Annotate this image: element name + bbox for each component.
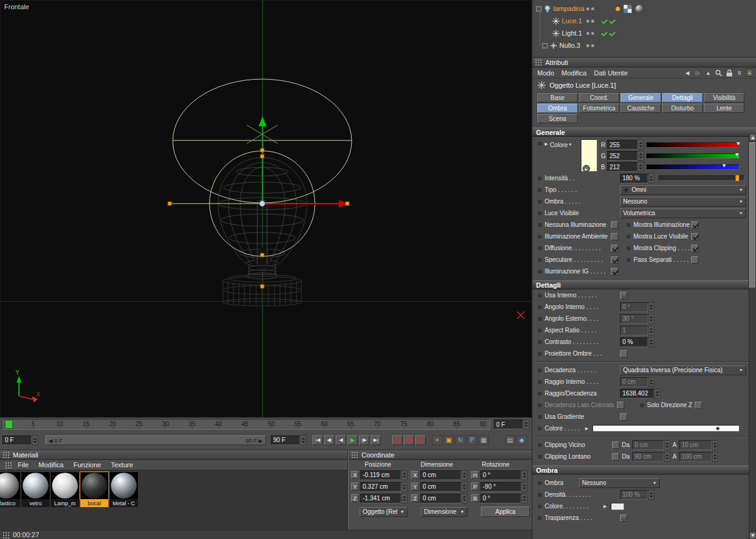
mostra-illuminazione-checkbox[interactable] — [691, 221, 698, 229]
autokey-button[interactable] — [404, 435, 414, 445]
tab-visibilita[interactable]: Visibilità — [704, 93, 744, 102]
clipping-lontano-da-field[interactable]: 90 cm — [632, 452, 664, 462]
render-visibility-dot[interactable] — [591, 32, 594, 35]
trasparenza-checkbox[interactable] — [620, 514, 627, 522]
pos-x-spinner[interactable] — [401, 470, 407, 480]
scroll-down-button[interactable] — [749, 532, 756, 539]
render-visibility-dot[interactable] — [591, 20, 594, 23]
dimensione-mode-dropdown[interactable]: Dimensione▼ — [421, 507, 467, 517]
attributes-titlebar[interactable]: Attributi — [532, 58, 756, 67]
layer-color-dot[interactable] — [616, 7, 620, 11]
next-frame-button[interactable]: |▶ — [359, 435, 369, 445]
tab-ombra[interactable]: Ombra — [537, 104, 578, 113]
enabled-check-icon[interactable] — [609, 30, 616, 37]
keyframe-dot[interactable] — [538, 270, 542, 273]
keyframe-dot[interactable] — [538, 403, 542, 407]
keyframe-dot[interactable] — [538, 212, 542, 215]
keyframe-dot[interactable] — [538, 200, 542, 204]
keyframe-dot[interactable] — [538, 443, 542, 447]
diffusione-checkbox[interactable] — [611, 245, 618, 252]
keyframe-dot[interactable] — [538, 235, 542, 239]
keyframe-dot[interactable] — [538, 392, 542, 396]
pos-x-field[interactable]: -0.119 cm — [360, 470, 401, 480]
clipping-vicino-a-field[interactable]: 10 cm — [679, 440, 712, 450]
history-back-icon[interactable]: ◀ — [683, 69, 692, 77]
g-spinner[interactable] — [638, 151, 644, 161]
rot-p-spinner[interactable] — [521, 482, 527, 492]
record-pla-toggle[interactable]: ▦ — [478, 435, 489, 445]
raggio-interno-field[interactable]: 0 cm — [620, 377, 648, 387]
b-field[interactable]: 212 — [607, 162, 638, 172]
r-field[interactable]: 255 — [607, 140, 638, 150]
expand-triangle-icon[interactable]: ▶ — [545, 142, 548, 147]
keyframe-dot[interactable] — [538, 258, 542, 262]
parent-up-icon[interactable]: ▲ — [704, 69, 713, 77]
menu-file[interactable]: File — [18, 461, 29, 468]
tab-base[interactable]: Base — [537, 93, 578, 102]
render-visibility-dot[interactable] — [591, 44, 594, 47]
usa-interno-checkbox[interactable] — [620, 292, 627, 299]
usa-gradiente-checkbox[interactable] — [620, 413, 627, 421]
editor-visibility-dot[interactable] — [586, 7, 589, 10]
keyframe-dot[interactable] — [538, 294, 542, 297]
section-generale[interactable]: Generale — [532, 128, 756, 137]
menu-modo[interactable]: Modo — [537, 69, 554, 77]
clipping-lontano-checkbox[interactable] — [612, 453, 619, 461]
timeline-ruler-strip[interactable]: 51015202530354045505560657075808590 — [1, 419, 490, 430]
keyframe-dot[interactable] — [538, 455, 542, 459]
bind-icon[interactable]: 8 — [735, 69, 744, 77]
pos-y-field[interactable]: 0.327 cm — [360, 482, 401, 492]
object-label[interactable]: Nullo.3 — [559, 42, 580, 49]
material-item-plastico[interactable]: plastico — [0, 472, 20, 529]
coordinates-titlebar[interactable]: Coordinate — [349, 450, 532, 460]
clipping-vicino-a-spinner[interactable] — [712, 440, 718, 450]
keyframe-dot[interactable] — [538, 427, 542, 430]
contrasto-field[interactable]: 0 % — [620, 337, 648, 347]
materials-titlebar[interactable]: Materiali — [0, 450, 347, 460]
decadenza-dropdown[interactable]: Quadrata Inversa (Precisione Fisica) ▼ — [620, 365, 746, 375]
b-slider[interactable] — [646, 164, 739, 170]
gradient-knot-icon[interactable]: ◆ — [716, 426, 719, 431]
mostra-clipping-checkbox[interactable] — [691, 245, 698, 252]
keyframe-dot[interactable] — [627, 247, 630, 250]
object-row-light1[interactable]: Light.1 — [532, 27, 756, 39]
angolo-interno-spinner[interactable] — [648, 302, 654, 312]
render-visibility-dot[interactable] — [591, 7, 594, 10]
tab-coord[interactable]: Coord. — [579, 93, 619, 102]
angolo-esterno-spinner[interactable] — [648, 314, 654, 324]
preview-range-bar[interactable]: ◀ 0 F 90 F ▶ — [45, 435, 266, 445]
illuminazione-ambiente-checkbox[interactable] — [611, 233, 618, 240]
object-row-nullo3[interactable]: + Nullo.3 — [532, 39, 756, 52]
intensita-slider-handle[interactable] — [735, 175, 739, 182]
keyframe-dot[interactable] — [538, 352, 542, 356]
viewport-view-label[interactable]: Frontale — [4, 3, 29, 10]
tipo-dropdown[interactable]: Omni ▼ — [620, 185, 746, 195]
section-dettagli[interactable]: Dettagli — [532, 280, 756, 289]
tab-lente[interactable]: Lente — [704, 104, 744, 113]
menu-modifica[interactable]: Modifica — [562, 69, 587, 77]
angolo-interno-field[interactable]: 0 ° — [620, 302, 648, 312]
clipping-lontano-da-spinner[interactable] — [664, 452, 670, 462]
dopesheet-button[interactable]: ▤ — [505, 435, 515, 445]
keyframe-dot[interactable] — [627, 223, 630, 227]
keyframe-dot[interactable] — [538, 317, 542, 321]
b-spinner[interactable] — [638, 162, 644, 172]
prev-frame-button[interactable]: ◀ — [336, 435, 346, 445]
visibility-dots[interactable] — [586, 32, 594, 35]
texture-tag-icon[interactable] — [624, 5, 632, 13]
current-frame-marker[interactable] — [5, 420, 13, 429]
panel-grip-icon[interactable] — [2, 451, 9, 458]
scroll-up-button[interactable] — [749, 134, 756, 141]
clipping-vicino-da-spinner[interactable] — [664, 440, 670, 450]
keyframe-dot[interactable] — [538, 505, 542, 508]
rot-p-field[interactable]: -90 ° — [480, 482, 521, 492]
solo-direzione-checkbox[interactable] — [695, 402, 702, 409]
raggio-decadenza-field[interactable]: 1638.402 — [620, 389, 654, 399]
range-start-field[interactable]: 0 F — [2, 435, 32, 445]
range-end-field[interactable]: 90 F — [271, 435, 300, 445]
contrasto-spinner[interactable] — [648, 337, 654, 347]
intensita-field[interactable]: 180 % — [620, 174, 648, 183]
tab-scena[interactable]: Scena — [537, 114, 578, 123]
expand-triangle-icon[interactable]: ▶ — [585, 426, 588, 431]
keyframe-dot[interactable] — [640, 403, 644, 407]
